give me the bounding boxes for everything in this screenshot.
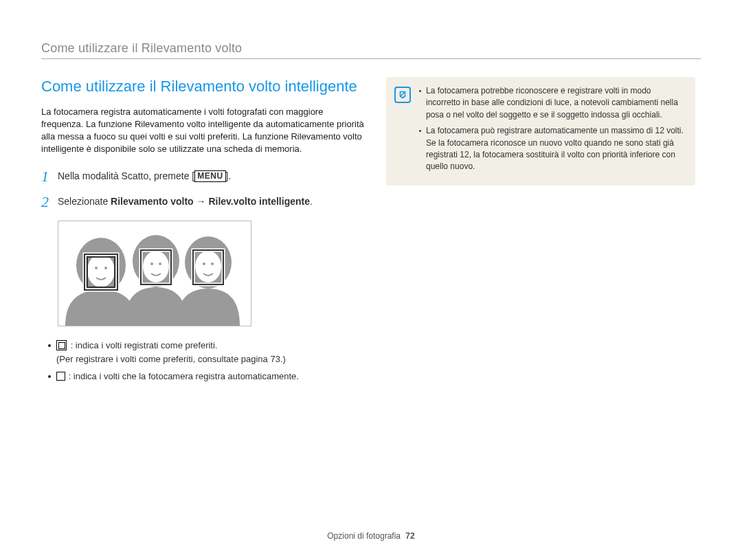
legend-item-2: : indica i volti che la fotocamera regis…: [48, 370, 364, 383]
svg-point-11: [203, 262, 205, 265]
legend: : indica i volti registrati come preferi…: [48, 339, 364, 383]
step-2: 2 Selezionate Rilevamento volto → Rilev.…: [41, 193, 364, 211]
note-box: La fotocamera potrebbe riconoscere e reg…: [386, 77, 695, 186]
intro-paragraph: La fotocamera registra automaticamente i…: [41, 106, 364, 156]
header-divider: [41, 58, 701, 59]
footer-section: Opzioni di fotografia: [327, 531, 401, 541]
step-2-bold1: Rilevamento volto: [111, 196, 194, 207]
step-2-arrow: →: [194, 196, 209, 207]
illustration-container: [58, 221, 364, 329]
step-2-bold2: Rilev.volto intelligente: [208, 196, 310, 207]
section-title: Come utilizzare il Rilevamento volto int…: [41, 77, 364, 97]
step-number: 2: [41, 193, 58, 211]
note-item: La fotocamera potrebbe riconoscere e reg…: [419, 85, 684, 121]
svg-point-10: [159, 262, 161, 265]
step-text: Selezionate Rilevamento volto → Rilev.vo…: [58, 193, 313, 209]
legend-item-1: : indica i volti registrati come preferi…: [48, 339, 364, 366]
note-icon: [394, 87, 411, 103]
single-square-icon: [56, 372, 65, 381]
running-header: Come utilizzare il Rilevamento volto: [41, 41, 701, 56]
step-1: 1 Nella modalità Scatto, premete [MENU].: [41, 168, 364, 186]
page-footer: Opzioni di fotografia 72: [0, 531, 742, 541]
face-detection-illustration: [58, 221, 251, 326]
step-text: Nella modalità Scatto, premete [MENU].: [58, 168, 231, 183]
double-square-icon: [56, 340, 67, 350]
svg-point-4: [87, 254, 115, 287]
svg-point-6: [195, 251, 221, 282]
step-number: 1: [41, 168, 58, 186]
bullet-icon: [48, 375, 51, 378]
legend-2-text: : indica i volti che la fotocamera regis…: [69, 371, 299, 381]
step-1-pre: Nella modalità Scatto, premete [: [58, 170, 194, 181]
svg-point-9: [150, 262, 153, 265]
step-1-post: ].: [226, 170, 232, 181]
svg-point-5: [143, 251, 169, 282]
svg-point-12: [211, 262, 214, 265]
left-column: Come utilizzare il Rilevamento volto int…: [41, 77, 364, 388]
page-number: 72: [405, 531, 414, 541]
note-item: La fotocamera può registrare automaticam…: [419, 125, 684, 173]
bullet-icon: [48, 344, 51, 347]
legend-1-note: (Per registrare i volti come preferiti, …: [56, 354, 286, 364]
right-column: La fotocamera potrebbe riconoscere e reg…: [386, 77, 695, 388]
svg-point-7: [95, 267, 98, 269]
menu-button-label: MENU: [194, 170, 225, 181]
step-2-prefix: Selezionate: [58, 196, 111, 207]
step-2-suffix: .: [310, 196, 313, 207]
legend-1-text: : indica i volti registrati come preferi…: [71, 340, 218, 350]
note-list: La fotocamera potrebbe riconoscere e reg…: [419, 85, 684, 177]
svg-point-8: [104, 267, 107, 269]
